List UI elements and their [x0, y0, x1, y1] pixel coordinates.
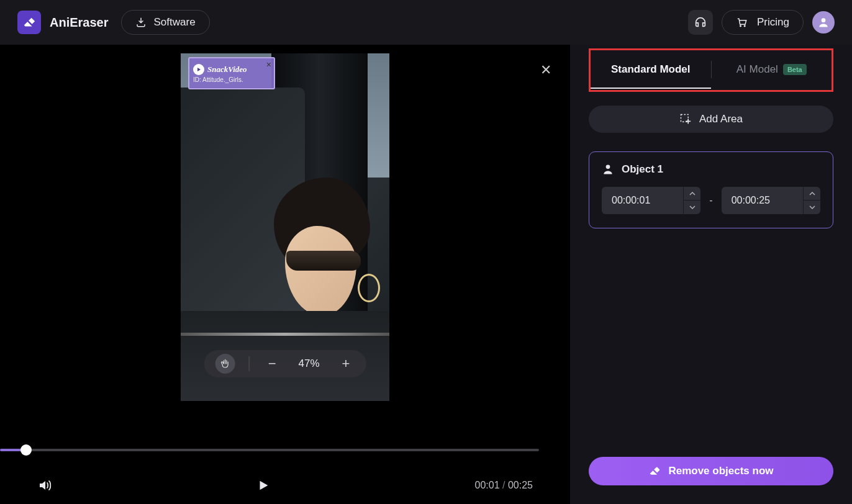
- zoom-in-button[interactable]: +: [337, 356, 355, 372]
- headset-icon: [694, 16, 707, 29]
- current-time: 00:01: [475, 480, 500, 490]
- pricing-button[interactable]: Pricing: [722, 10, 804, 35]
- start-time-input[interactable]: 00:00:01: [602, 187, 700, 214]
- app-header: AniEraser Software Pricing: [0, 0, 852, 45]
- timeline-slider[interactable]: [0, 444, 570, 456]
- volume-button[interactable]: [37, 478, 52, 493]
- svg-point-0: [822, 18, 826, 22]
- pricing-label: Pricing: [757, 16, 789, 29]
- eraser-icon: [648, 465, 661, 477]
- object-card: Object 1 00:00:01 - 00:00:25: [589, 151, 833, 228]
- software-button[interactable]: Software: [121, 10, 210, 35]
- user-icon: [817, 16, 830, 29]
- support-button[interactable]: [688, 10, 713, 35]
- close-video-button[interactable]: ✕: [540, 62, 551, 78]
- add-area-icon: [679, 113, 692, 125]
- play-button[interactable]: [256, 479, 270, 492]
- end-time-down[interactable]: [804, 200, 820, 214]
- object-icon: [602, 163, 614, 176]
- video-stage: SnackVideo ID: Attitude._Girls. × − 47% …: [0, 45, 570, 442]
- hand-icon: [220, 358, 231, 369]
- slider-thumb[interactable]: [20, 444, 32, 456]
- end-time-input[interactable]: 00:00:25: [722, 187, 820, 214]
- user-avatar[interactable]: [812, 11, 835, 34]
- right-panel: Standard Model AI Model Beta Add Area Ob…: [570, 45, 852, 504]
- model-tabs-highlight: Standard Model AI Model Beta: [589, 48, 833, 92]
- add-area-button[interactable]: Add Area: [589, 106, 833, 133]
- svg-point-2: [606, 165, 610, 169]
- watermark-selection[interactable]: SnackVideo ID: Attitude._Girls. ×: [188, 57, 275, 89]
- object-time-range: 00:00:01 - 00:00:25: [602, 187, 820, 214]
- remove-objects-button[interactable]: Remove objects now: [589, 457, 833, 485]
- total-time: 00:25: [508, 480, 533, 490]
- logo[interactable]: AniEraser: [17, 11, 109, 34]
- download-icon: [135, 17, 147, 28]
- playback-controls: 00:01 / 00:25: [0, 467, 570, 504]
- zoom-value: 47%: [295, 358, 324, 370]
- watermark-close-icon[interactable]: ×: [266, 60, 271, 70]
- watermark-id: ID: Attitude._Girls.: [193, 76, 274, 83]
- software-label: Software: [154, 16, 196, 29]
- tab-ai-model[interactable]: AI Model Beta: [712, 50, 832, 89]
- start-time-value: 00:00:01: [602, 195, 683, 206]
- volume-icon: [37, 478, 52, 493]
- end-time-up[interactable]: [804, 187, 820, 200]
- object-header: Object 1: [602, 163, 820, 176]
- video-frame[interactable]: SnackVideo ID: Attitude._Girls. × − 47% …: [181, 53, 389, 401]
- scene-chrome: [181, 333, 389, 336]
- start-time-down[interactable]: [684, 200, 700, 214]
- time-display: 00:01 / 00:25: [475, 480, 533, 491]
- start-time-up[interactable]: [684, 187, 700, 200]
- watermark-brand: SnackVideo: [207, 65, 247, 74]
- header-right: Pricing: [688, 10, 835, 35]
- tab-standard-model[interactable]: Standard Model: [591, 50, 711, 89]
- play-icon: [256, 479, 270, 492]
- pan-tool-button[interactable]: [215, 354, 235, 374]
- main-area: SnackVideo ID: Attitude._Girls. × − 47% …: [0, 45, 852, 504]
- app-name: AniEraser: [50, 16, 109, 30]
- svg-rect-1: [681, 115, 689, 122]
- zoom-out-button[interactable]: −: [263, 356, 281, 372]
- watermark-logo-icon: [193, 64, 204, 75]
- cart-icon: [736, 16, 748, 29]
- time-range-separator: -: [709, 195, 712, 206]
- beta-badge: Beta: [783, 64, 807, 75]
- model-tabs: Standard Model AI Model Beta: [591, 50, 832, 89]
- video-area: SnackVideo ID: Attitude._Girls. × − 47% …: [0, 45, 570, 504]
- end-time-value: 00:00:25: [722, 195, 803, 206]
- eraser-logo-icon: [17, 11, 41, 34]
- zoom-toolbar: − 47% +: [204, 350, 366, 377]
- object-title: Object 1: [622, 163, 663, 176]
